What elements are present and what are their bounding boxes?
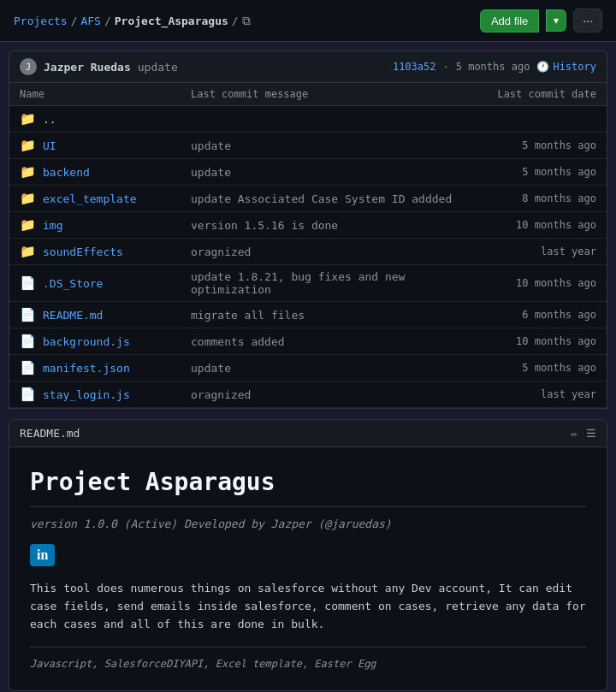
breadcrumb-sep-3: /: [232, 15, 239, 27]
list-icon[interactable]: ☰: [586, 427, 596, 440]
file-name-text: .DS_Store: [43, 277, 103, 290]
file-commit-msg: oragnized: [191, 388, 468, 401]
folder-icon: 📁: [20, 217, 36, 233]
page-header: Projects / AFS / Project_Asparagus / ⧉ A…: [0, 0, 616, 42]
history-button[interactable]: 🕐 History: [536, 61, 596, 73]
file-commit-date: 5 months ago: [468, 362, 596, 374]
file-name-text: img: [43, 219, 62, 232]
folder-icon: 📁: [20, 138, 36, 153]
breadcrumb-sep-2: /: [104, 15, 111, 27]
table-row: 📄 README.md migrate all files 6 months a…: [9, 302, 607, 328]
table-row: 📄 .DS_Store update 1.8.21, bug fixes and…: [9, 265, 607, 302]
breadcrumb: Projects / AFS / Project_Asparagus / ⧉: [14, 14, 251, 28]
table-row: 📄 stay_login.js oragnized last year: [9, 381, 607, 408]
file-icon: 📄: [20, 387, 36, 402]
file-name[interactable]: 📁 UI: [20, 138, 191, 153]
readme-title: README.md: [20, 427, 80, 440]
file-name-text: backend: [43, 166, 90, 179]
readme-section: README.md ✏ ☰ Project Asparagus version …: [9, 419, 607, 691]
file-commit-date: 5 months ago: [468, 166, 596, 178]
file-commit-date: last year: [468, 245, 596, 257]
readme-version: version 1.0.0 (Active) Developed by Jazp…: [30, 518, 586, 530]
linkedin-badge: in: [30, 544, 55, 566]
breadcrumb-current: Project_Asparagus: [115, 15, 228, 27]
readme-description: This tool does numerous things on salesf…: [30, 580, 586, 633]
readme-header: README.md ✏ ☰: [9, 420, 607, 447]
readme-divider: [30, 506, 586, 507]
table-row: 📁 excel_template update Associated Case …: [9, 186, 607, 212]
avatar: J: [20, 58, 37, 75]
file-table: Name Last commit message Last commit dat…: [9, 83, 607, 409]
readme-heading: Project Asparagus: [30, 468, 586, 496]
file-name[interactable]: 📁 excel_template: [20, 191, 191, 206]
file-commit-date: 10 months ago: [468, 277, 596, 289]
col-commit-msg: Last commit message: [191, 88, 468, 100]
commit-bar: J Jazper Ruedas update 1103a52 · 5 month…: [9, 50, 607, 83]
file-name[interactable]: 📁 soundEffects: [20, 244, 191, 259]
file-name[interactable]: 📄 background.js: [20, 334, 191, 349]
readme-divider-2: [30, 647, 586, 648]
commit-bar-right: 1103a52 · 5 months ago 🕐 History: [393, 61, 596, 73]
table-row: 📁 UI update 5 months ago: [9, 133, 607, 159]
copy-icon[interactable]: ⧉: [242, 14, 251, 28]
file-name-text: manifest.json: [43, 362, 130, 375]
col-name: Name: [20, 88, 191, 100]
file-commit-msg: version 1.5.16 is done: [191, 219, 468, 232]
file-name: 📁 ..: [20, 111, 191, 127]
edit-icon[interactable]: ✏: [571, 427, 578, 440]
history-label: History: [553, 61, 596, 73]
more-options-button[interactable]: ···: [573, 9, 602, 33]
commit-message: update: [138, 61, 178, 74]
add-file-button[interactable]: Add file: [480, 9, 539, 33]
file-name[interactable]: 📄 README.md: [20, 307, 191, 322]
file-commit-msg: update 1.8.21, bug fixes and new optimiz…: [191, 270, 468, 296]
table-row: 📁 img version 1.5.16 is done 10 months a…: [9, 212, 607, 239]
file-name-text: README.md: [43, 309, 103, 322]
file-icon: 📄: [20, 334, 36, 349]
breadcrumb-projects[interactable]: Projects: [14, 15, 68, 27]
breadcrumb-sep-1: /: [71, 15, 78, 27]
file-name-text: excel_template: [43, 192, 137, 205]
file-name-text: UI: [43, 139, 56, 152]
file-name-text: ..: [43, 113, 56, 126]
readme-content: Project Asparagus version 1.0.0 (Active)…: [9, 447, 607, 690]
file-name-text: soundEffects: [43, 245, 123, 258]
clock-icon: 🕐: [536, 61, 549, 73]
commit-time: 5 months ago: [456, 61, 530, 73]
file-commit-date: 8 months ago: [468, 192, 596, 204]
folder-icon: 📁: [20, 244, 36, 259]
breadcrumb-afs[interactable]: AFS: [80, 15, 100, 27]
folder-icon: 📁: [20, 164, 36, 180]
col-commit-date: Last commit date: [468, 88, 596, 100]
file-name[interactable]: 📄 .DS_Store: [20, 275, 191, 291]
table-row: 📁 backend update 5 months ago: [9, 159, 607, 186]
add-file-dropdown-button[interactable]: ▾: [546, 9, 566, 32]
file-icon: 📄: [20, 307, 36, 322]
file-commit-date: 10 months ago: [468, 335, 596, 347]
commit-hash: 1103a52: [393, 61, 436, 73]
file-commit-date: 6 months ago: [468, 309, 596, 321]
table-row: 📄 manifest.json update 5 months ago: [9, 355, 607, 381]
commit-author: Jazper Ruedas: [44, 61, 131, 74]
file-commit-msg: update: [191, 362, 468, 375]
file-name[interactable]: 📄 manifest.json: [20, 360, 191, 376]
file-name-text: stay_login.js: [43, 388, 130, 401]
file-name[interactable]: 📁 img: [20, 217, 191, 233]
file-name[interactable]: 📁 backend: [20, 164, 191, 180]
file-icon: 📄: [20, 275, 36, 291]
table-row: 📁 soundEffects oragnized last year: [9, 239, 607, 265]
file-commit-msg: update: [191, 139, 468, 152]
readme-header-icons: ✏ ☰: [571, 427, 596, 440]
commit-bar-left: J Jazper Ruedas update: [20, 58, 178, 75]
file-icon: 📄: [20, 360, 36, 376]
file-commit-date: last year: [468, 388, 596, 400]
file-rows: 📁 .. 📁 UI update 5 months ago 📁 backend …: [9, 106, 607, 408]
table-row: 📄 background.js comments added 10 months…: [9, 328, 607, 355]
file-commit-date: 5 months ago: [468, 139, 596, 151]
header-actions: Add file ▾ ···: [480, 9, 602, 33]
file-commit-msg: comments added: [191, 335, 468, 348]
file-commit-msg: oragnized: [191, 245, 468, 258]
file-commit-msg: migrate all files: [191, 309, 468, 322]
readme-tags: Javascript, SalesforceDIYAPI, Excel temp…: [30, 658, 586, 670]
file-name[interactable]: 📄 stay_login.js: [20, 387, 191, 402]
